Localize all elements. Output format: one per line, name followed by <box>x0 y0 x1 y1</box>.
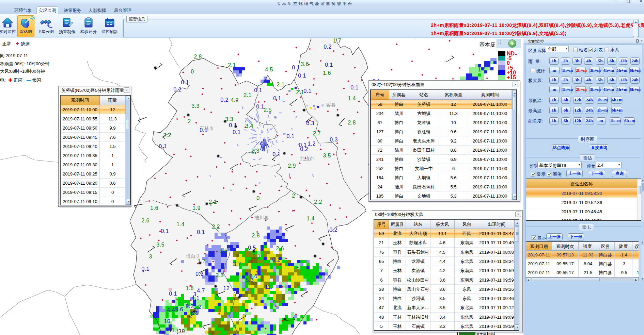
svg-text:1.2: 1.2 <box>308 141 316 147</box>
svg-text:1.4: 1.4 <box>348 96 356 101</box>
svg-text:博白县: 博白县 <box>186 253 200 259</box>
svg-text:1.9: 1.9 <box>192 205 201 211</box>
svg-text:-11.: -11. <box>167 328 176 333</box>
svg-text:陆川县: 陆川县 <box>254 215 269 220</box>
svg-text:3.3: 3.3 <box>216 272 224 278</box>
svg-text:0.3: 0.3 <box>306 120 314 126</box>
svg-text:2.1: 2.1 <box>209 199 217 205</box>
svg-text:0.2: 0.2 <box>329 227 337 233</box>
svg-text:2: 2 <box>292 193 295 199</box>
svg-text:0.3: 0.3 <box>195 271 204 277</box>
svg-text:1.6: 1.6 <box>150 205 158 211</box>
svg-text:1.7: 1.7 <box>333 38 341 44</box>
svg-text:2: 2 <box>188 118 191 124</box>
svg-text:0.1: 0.1 <box>292 65 300 70</box>
svg-text:2.6: 2.6 <box>276 246 284 251</box>
svg-text:10: 10 <box>164 318 171 324</box>
svg-text:0.1: 0.1 <box>233 129 241 135</box>
svg-text:2.8: 2.8 <box>348 120 356 125</box>
svg-text:4.4: 4.4 <box>167 307 175 313</box>
svg-text:2.2: 2.2 <box>163 132 171 138</box>
svg-text:0: 0 <box>256 195 260 201</box>
svg-text:北流市: 北流市 <box>300 156 314 161</box>
svg-text:11.: 11. <box>265 284 273 290</box>
svg-text:1.2: 1.2 <box>193 304 202 310</box>
svg-text:0.3: 0.3 <box>330 137 338 143</box>
svg-text:2.8: 2.8 <box>252 233 260 238</box>
svg-text:0.1: 0.1 <box>286 133 295 139</box>
svg-text:1.4: 1.4 <box>307 216 315 221</box>
svg-text:0.1: 0.1 <box>298 73 306 79</box>
svg-text:玉林市: 玉林市 <box>200 125 214 131</box>
svg-text:1.4: 1.4 <box>478 67 486 72</box>
svg-text:2.2: 2.2 <box>212 224 220 230</box>
svg-text:2.2: 2.2 <box>252 254 261 259</box>
svg-text:4.2: 4.2 <box>231 97 239 103</box>
svg-text:1.4: 1.4 <box>176 221 185 227</box>
svg-text:6.9: 6.9 <box>191 310 199 316</box>
svg-text:3.3: 3.3 <box>225 116 233 122</box>
svg-text:0.5: 0.5 <box>248 245 256 251</box>
svg-text:0.2: 0.2 <box>300 146 308 152</box>
svg-text:1.7: 1.7 <box>198 258 206 264</box>
svg-text:0.1: 0.1 <box>197 229 205 235</box>
svg-text:0.1: 0.1 <box>272 151 281 157</box>
svg-text:0.1: 0.1 <box>159 144 167 149</box>
svg-text:0.2: 0.2 <box>220 97 229 103</box>
svg-text:4.7: 4.7 <box>197 288 205 294</box>
svg-text:2.7: 2.7 <box>313 131 321 136</box>
svg-text:2.8: 2.8 <box>194 54 202 60</box>
svg-text:2.6: 2.6 <box>141 218 150 223</box>
svg-text:4.5: 4.5 <box>265 67 273 72</box>
svg-text:容县: 容县 <box>326 102 336 107</box>
svg-text:0.1: 0.1 <box>325 62 333 68</box>
svg-text:2.2: 2.2 <box>314 199 322 205</box>
svg-text:0.1: 0.1 <box>181 80 189 85</box>
svg-text:5.3: 5.3 <box>246 277 254 283</box>
svg-text:0.1: 0.1 <box>254 87 262 93</box>
svg-text:3.4: 3.4 <box>245 123 253 129</box>
svg-text:0.1: 0.1 <box>273 96 281 101</box>
svg-text:0.1: 0.1 <box>229 122 237 128</box>
svg-text:2.9: 2.9 <box>288 163 296 169</box>
svg-text:3.7: 3.7 <box>233 261 241 267</box>
svg-text:0.1: 0.1 <box>161 228 169 234</box>
svg-text:0.2: 0.2 <box>173 87 182 93</box>
svg-text:0.1: 0.1 <box>303 88 312 94</box>
svg-text:1.8: 1.8 <box>186 285 194 291</box>
svg-text:0.1: 0.1 <box>350 85 359 90</box>
svg-text:2.1: 2.1 <box>244 92 252 98</box>
svg-text:3.3: 3.3 <box>191 103 200 109</box>
svg-text:4.1: 4.1 <box>191 295 200 301</box>
svg-text:3.6: 3.6 <box>301 61 309 67</box>
svg-text:2.1: 2.1 <box>296 89 304 95</box>
svg-text:0.1: 0.1 <box>141 266 150 272</box>
svg-text:9.6: 9.6 <box>175 306 183 312</box>
svg-text:3.6: 3.6 <box>219 248 227 254</box>
svg-text:2.5: 2.5 <box>264 107 272 113</box>
svg-text:0.2: 0.2 <box>324 44 332 50</box>
svg-text:9.2: 9.2 <box>186 303 194 309</box>
svg-text:3.5: 3.5 <box>323 153 331 158</box>
svg-text:1.6: 1.6 <box>323 70 331 76</box>
svg-text:(39.: (39. <box>176 329 187 334</box>
svg-text:3.5: 3.5 <box>156 242 164 248</box>
svg-text:2.3: 2.3 <box>251 148 260 154</box>
svg-text:0.1: 0.1 <box>272 257 280 263</box>
svg-text:12: 12 <box>223 285 230 291</box>
svg-text:3: 3 <box>149 254 152 259</box>
svg-text:0: 0 <box>191 69 194 74</box>
svg-text:0.1: 0.1 <box>256 104 264 110</box>
svg-text:2.1: 2.1 <box>228 62 236 68</box>
svg-text:2.1: 2.1 <box>277 82 285 87</box>
svg-text:0.1: 0.1 <box>169 291 177 297</box>
